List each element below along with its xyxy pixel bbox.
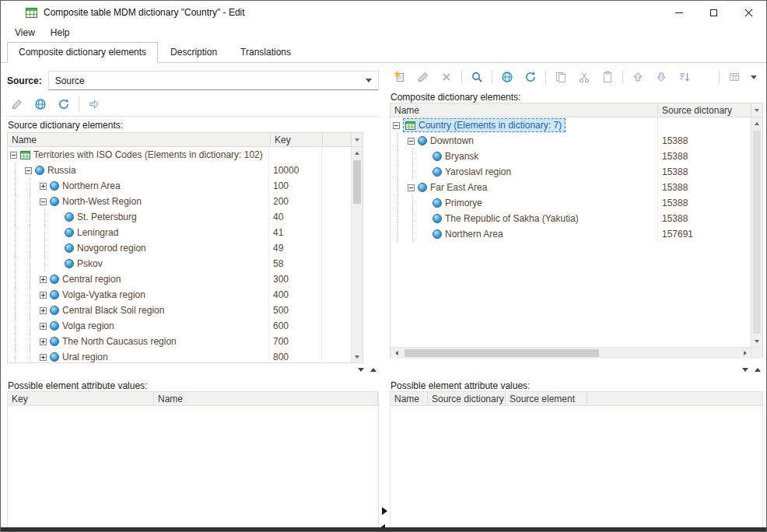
column-chooser-button[interactable] [351, 133, 362, 146]
transfer-right-button[interactable] [84, 96, 104, 113]
tree-row[interactable]: Far East Area15388 [391, 180, 751, 195]
scrollbar-thumb[interactable] [353, 160, 361, 204]
tree-indent-guide [40, 209, 54, 225]
edit-button[interactable] [413, 68, 433, 86]
scrollbar-thumb[interactable] [405, 349, 599, 357]
tree-row[interactable]: Novgorod region49 [8, 240, 351, 256]
maximize-button[interactable] [696, 1, 731, 24]
tree-item-key: 200 [268, 194, 321, 209]
vertical-scrollbar[interactable] [351, 147, 362, 362]
column-header-name[interactable]: Name [391, 103, 657, 117]
column-chooser-button[interactable] [751, 103, 762, 117]
column-header-source-element[interactable]: Source element [506, 392, 587, 405]
tree-item-extra [321, 194, 351, 209]
list-page-up-button[interactable] [752, 365, 763, 375]
tab-description[interactable]: Description [159, 43, 228, 62]
tree-row[interactable]: Bryansk15388 [391, 149, 751, 164]
clipboard-icon [601, 71, 614, 83]
column-header-key[interactable]: Key [8, 392, 154, 405]
tree-expander[interactable] [40, 323, 47, 330]
tree-expander[interactable] [408, 184, 415, 191]
source-combobox[interactable]: Source [48, 71, 379, 90]
scroll-right-button[interactable] [739, 348, 751, 359]
tree-row[interactable]: Ural region800 [8, 349, 351, 362]
column-header-name[interactable]: Name [154, 392, 378, 405]
open-source-dictionary-button[interactable] [30, 96, 51, 113]
add-element-button[interactable] [390, 68, 410, 86]
edit-button[interactable] [7, 96, 27, 113]
tree-row[interactable]: Northern Area100 [8, 178, 351, 194]
close-button[interactable] [731, 1, 766, 24]
tree-item-extra [321, 334, 351, 349]
list-page-up-button[interactable] [368, 365, 379, 375]
tree-row[interactable]: The North Caucasus region700 [8, 334, 351, 349]
tree-expander[interactable] [40, 292, 47, 299]
column-header-source-dictionary[interactable]: Source dictonary [657, 103, 751, 117]
cut-button[interactable] [574, 68, 594, 86]
list-page-down-button[interactable] [355, 365, 366, 375]
chevron-down-icon [755, 109, 759, 112]
tree-expander[interactable] [40, 338, 47, 345]
column-header-source-dictionary[interactable]: Source dictionary [428, 392, 506, 405]
sort-button[interactable] [674, 68, 695, 86]
toolbar-menu-button[interactable] [748, 68, 760, 86]
tree-expander[interactable] [25, 167, 32, 174]
tree-row[interactable]: Russia10000 [8, 163, 351, 178]
tree-row[interactable]: Pskov58 [8, 256, 351, 271]
scrollbar-thumb[interactable] [753, 131, 761, 334]
table-settings-button[interactable] [724, 68, 744, 86]
tree-row[interactable]: Volga region600 [8, 318, 351, 334]
refresh-button[interactable] [54, 96, 74, 113]
paste-button[interactable] [597, 68, 618, 86]
attr-grid-body [391, 406, 762, 527]
tree-item-label: Primorye [445, 198, 482, 208]
tree-expander[interactable] [40, 354, 47, 361]
tree-row[interactable]: Primorye15388 [391, 195, 751, 211]
horizontal-scrollbar[interactable] [391, 347, 762, 359]
open-dictionary-button[interactable] [497, 68, 517, 86]
tree-row[interactable]: The Republic of Sakha (Yakutia)15388 [391, 211, 751, 226]
copy-button[interactable] [551, 68, 571, 86]
tree-row[interactable]: Leningrad41 [8, 225, 351, 240]
tree-row[interactable]: Downtown15388 [391, 133, 751, 149]
tree-row[interactable]: Country (Elements in dictionary: 7) [391, 117, 751, 133]
tree-expander[interactable] [40, 276, 47, 283]
tab-composite-dictionary-elements[interactable]: Composite dictionary elements [7, 42, 158, 63]
tree-row[interactable]: Central region300 [8, 271, 351, 287]
scroll-left-button[interactable] [391, 348, 402, 359]
tree-row[interactable]: Central Black Soil region500 [8, 303, 351, 318]
refresh-button[interactable] [520, 68, 541, 86]
column-header-key[interactable]: Key [270, 133, 322, 146]
tree-row[interactable]: St. Petersburg40 [8, 209, 351, 225]
tab-translations[interactable]: Translations [229, 43, 302, 62]
scroll-up-button[interactable] [751, 117, 762, 129]
tree-expander[interactable] [40, 307, 47, 314]
menu-help[interactable]: Help [43, 26, 78, 40]
move-up-button[interactable] [628, 68, 648, 86]
list-page-down-button[interactable] [740, 365, 751, 375]
tree-row[interactable]: Territories with ISO Codes (Elements in … [8, 147, 351, 163]
tree-item-extra [321, 147, 351, 163]
delete-button[interactable] [436, 68, 457, 86]
search-button[interactable] [467, 68, 487, 86]
tree-row[interactable]: North-West Region200 [8, 194, 351, 209]
scroll-up-button[interactable] [352, 147, 362, 159]
tree-expander[interactable] [10, 152, 17, 159]
column-header-name[interactable]: Name [8, 133, 270, 146]
title-bar: Composite table MDM dictionary "Country"… [1, 1, 766, 24]
tree-row[interactable]: Northern Area157691 [391, 226, 751, 242]
tree-row[interactable]: Volga-Vyatka region400 [8, 287, 351, 303]
tree-row[interactable]: Yaroslavl region15388 [391, 164, 751, 180]
tree-expander[interactable] [40, 183, 47, 190]
scroll-down-button[interactable] [751, 335, 762, 347]
minimize-button[interactable] [661, 1, 696, 24]
scroll-down-button[interactable] [352, 351, 362, 362]
menu-view[interactable]: View [7, 26, 43, 40]
column-header-name[interactable]: Name [391, 392, 428, 405]
tree-expander[interactable] [393, 122, 400, 129]
move-down-button[interactable] [651, 68, 671, 86]
tree-expander[interactable] [408, 138, 415, 145]
tree-expander[interactable] [40, 198, 47, 205]
vertical-scrollbar[interactable] [751, 117, 762, 347]
splitter-expand-right-button[interactable] [380, 506, 388, 516]
